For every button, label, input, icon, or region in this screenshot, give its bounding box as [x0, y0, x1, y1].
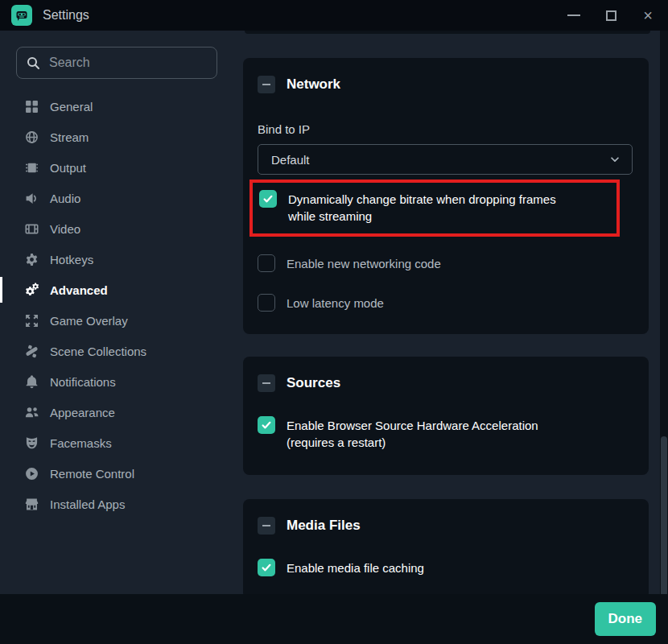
mask-icon: [24, 436, 39, 451]
sidebar-item-stream[interactable]: Stream: [0, 122, 241, 152]
sources-section: Sources Enable Browser Source Hardware A…: [243, 357, 649, 475]
sidebar-item-general[interactable]: General: [0, 91, 241, 122]
previous-card-edge: [245, 31, 650, 34]
section-title: Network: [287, 76, 340, 93]
sidebar-item-facemasks[interactable]: Facemasks: [0, 427, 241, 458]
checkbox-checked-icon[interactable]: [259, 190, 277, 208]
sidebar-item-label: Facemasks: [50, 436, 112, 450]
main-area: Search General St: [0, 31, 668, 594]
sidebar-item-label: Audio: [50, 192, 80, 205]
streamlabs-logo-icon: [11, 5, 32, 26]
window-controls: ×: [555, 0, 668, 31]
sidebar-item-scene-collections[interactable]: Scene Collections: [0, 336, 241, 366]
globe-icon: [24, 130, 39, 145]
speaker-icon: [24, 191, 39, 206]
film-icon: [24, 221, 39, 237]
search-input[interactable]: Search: [16, 47, 217, 79]
sidebar-item-label: Stream: [50, 130, 89, 144]
store-icon: [24, 497, 39, 512]
sidebar-nav: General Stream: [0, 91, 241, 519]
sidebar-item-label: Scene Collections: [50, 345, 146, 358]
network-section: Network Bind to IP Default Dynamically c…: [243, 58, 649, 334]
bind-to-ip-label: Bind to IP: [258, 122, 633, 136]
people-icon: [24, 405, 39, 420]
sidebar-item-label: Hotkeys: [50, 253, 93, 266]
window-title: Settings: [43, 8, 555, 23]
collapse-minus-icon[interactable]: [258, 517, 275, 535]
maximize-icon[interactable]: [592, 0, 629, 31]
sources-section-header: Sources: [258, 374, 633, 392]
sidebar-item-installed-apps[interactable]: Installed Apps: [0, 489, 241, 519]
select-value: Default: [271, 153, 310, 167]
gear-icon: [24, 252, 39, 267]
sidebar-item-label: Game Overlay: [50, 314, 128, 328]
checkbox-checked-icon[interactable]: [258, 416, 275, 434]
done-button[interactable]: Done: [595, 602, 657, 636]
checkbox-low-latency-mode[interactable]: Low latency mode: [258, 294, 633, 312]
sidebar-item-notifications[interactable]: Notifications: [0, 366, 241, 397]
search-placeholder: Search: [49, 56, 90, 70]
checkbox-browser-hw-acceleration[interactable]: Enable Browser Source Hardware Accelerat…: [258, 416, 633, 451]
play-circle-icon: [24, 466, 39, 481]
section-title: Media Files: [287, 518, 361, 534]
checkbox-new-networking-code[interactable]: Enable new networking code: [258, 254, 633, 272]
settings-window: Settings × Search: [0, 0, 668, 644]
checkbox-dynamic-bitrate[interactable]: Dynamically change bitrate when dropping…: [259, 190, 610, 225]
checkbox-label: Enable media file caching: [287, 559, 424, 576]
sidebar-item-output[interactable]: Output: [0, 152, 241, 183]
sidebar-item-video[interactable]: Video: [0, 213, 241, 244]
close-icon[interactable]: ×: [629, 0, 666, 31]
checkbox-label: Enable Browser Source Hardware Accelerat…: [287, 416, 584, 451]
expand-icon: [24, 313, 39, 328]
sidebar-item-audio[interactable]: Audio: [0, 183, 241, 213]
sidebar-item-label: Output: [50, 161, 86, 175]
sidebar-item-label: Installed Apps: [50, 497, 125, 511]
scrollbar-thumb[interactable]: [661, 436, 667, 594]
sidebar-item-label: General: [50, 100, 93, 114]
sidebar-item-label: Remote Control: [50, 467, 134, 481]
search-icon: [27, 56, 40, 70]
red-annotation-highlight: Dynamically change bitrate when dropping…: [249, 180, 620, 237]
sidebar-item-game-overlay[interactable]: Game Overlay: [0, 305, 241, 336]
media-files-section: Media Files Enable media file caching: [243, 499, 649, 594]
sidebar-item-remote-control[interactable]: Remote Control: [0, 458, 241, 489]
checkbox-label: Low latency mode: [287, 294, 384, 312]
sidebar-item-advanced[interactable]: Advanced: [0, 275, 241, 305]
chip-icon: [24, 160, 39, 175]
minimize-icon[interactable]: [555, 0, 592, 31]
sidebar-item-hotkeys[interactable]: Hotkeys: [0, 244, 241, 275]
network-section-header: Network: [258, 76, 633, 93]
collapse-minus-icon[interactable]: [258, 374, 275, 392]
media-files-section-header: Media Files: [258, 517, 633, 535]
chevron-down-icon: [609, 154, 621, 165]
bind-to-ip-select[interactable]: Default: [258, 144, 633, 175]
sidebar-item-appearance[interactable]: Appearance: [0, 397, 241, 427]
gears-icon: [24, 283, 39, 298]
checkbox-label: Enable new networking code: [287, 254, 441, 272]
scene-collections-icon: [24, 344, 39, 359]
checkbox-media-file-caching[interactable]: Enable media file caching: [258, 559, 633, 576]
checkbox-checked-icon[interactable]: [258, 559, 275, 576]
titlebar: Settings ×: [0, 0, 668, 31]
grid-icon: [24, 99, 39, 114]
footer: Done: [0, 594, 668, 644]
section-title: Sources: [287, 375, 340, 391]
collapse-minus-icon[interactable]: [258, 76, 275, 93]
checkbox-unchecked-icon[interactable]: [258, 294, 275, 312]
sidebar-item-label: Notifications: [50, 375, 116, 389]
checkbox-unchecked-icon[interactable]: [258, 254, 275, 272]
vertical-scrollbar[interactable]: [660, 31, 668, 594]
checkbox-label: Dynamically change bitrate when dropping…: [288, 190, 586, 225]
bell-icon: [24, 374, 39, 390]
sidebar-item-label: Advanced: [50, 283, 108, 297]
sidebar-item-label: Video: [50, 222, 80, 236]
sidebar: Search General St: [0, 31, 241, 594]
settings-content: Network Bind to IP Default Dynamically c…: [241, 31, 668, 594]
sidebar-item-label: Appearance: [50, 406, 115, 419]
